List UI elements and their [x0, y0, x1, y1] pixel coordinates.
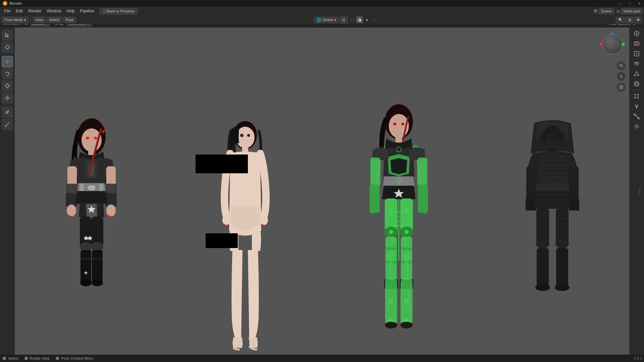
svg-rect-75: [224, 224, 225, 226]
prop-search-button[interactable]: 🔍: [616, 17, 625, 23]
svg-rect-199: [25, 357, 27, 359]
svg-rect-76: [226, 225, 227, 226]
move-tool-button[interactable]: [2, 56, 13, 67]
global-icon: 🌐: [317, 18, 321, 22]
annotate-tool-button[interactable]: [2, 107, 13, 118]
svg-point-64: [80, 280, 92, 286]
global-button[interactable]: 🌐 Global ▾: [314, 17, 338, 23]
scene-selector[interactable]: Scene: [599, 8, 614, 14]
solid-mode-icon[interactable]: ⬚: [349, 16, 356, 23]
properties-view-layer-icon[interactable]: [632, 59, 641, 68]
pose-mode-label: Pose Mode: [4, 18, 23, 22]
svg-point-143: [400, 322, 413, 328]
grid-view-button[interactable]: [616, 82, 626, 92]
overlay-toggle[interactable]: ⊞: [626, 17, 634, 23]
svg-marker-11: [6, 75, 7, 76]
select-tool-button[interactable]: [2, 29, 13, 41]
minimize-button[interactable]: —: [616, 0, 625, 7]
scene-label: Scene: [601, 9, 611, 13]
global-chevron: ▾: [334, 18, 336, 22]
viewlayer-selector[interactable]: ViewLayer: [621, 8, 643, 14]
svg-line-187: [634, 94, 635, 95]
cursor-tool-button[interactable]: [2, 42, 13, 53]
overlay-button[interactable]: ⊙: [339, 16, 348, 23]
properties-modifier-icon[interactable]: [632, 102, 641, 111]
viewport[interactable]: Z X Y: [15, 27, 629, 355]
menu-edit[interactable]: Edit: [13, 8, 25, 14]
svg-point-30: [87, 137, 89, 139]
app-title: Blender: [9, 1, 22, 5]
svg-rect-45: [73, 216, 74, 218]
back-to-previous-button[interactable]: ◁ Back to Previous: [100, 8, 138, 14]
svg-rect-77: [227, 225, 228, 226]
svg-rect-59: [80, 250, 91, 284]
pan-button[interactable]: [616, 72, 626, 81]
global-label: Global: [322, 18, 333, 22]
select-button[interactable]: Select: [47, 17, 62, 23]
svg-rect-115: [370, 184, 380, 213]
svg-point-125: [405, 230, 409, 234]
character-2-svg: [212, 110, 279, 351]
svg-point-17: [6, 97, 8, 99]
svg-point-42: [106, 204, 116, 217]
viewlayer-label: ViewLayer: [623, 9, 640, 13]
svg-rect-180: [634, 63, 639, 64]
gizmo-toggle[interactable]: ✥: [634, 17, 642, 23]
measure-tool-button[interactable]: [2, 119, 13, 130]
rotate-status-label: Rotate View: [30, 356, 50, 360]
wireframe-mode-icon[interactable]: ○: [371, 16, 378, 23]
svg-rect-37: [66, 184, 77, 194]
select-label: Select: [49, 18, 59, 22]
svg-rect-153: [569, 166, 579, 200]
properties-bone-icon[interactable]: [632, 112, 641, 121]
view-button[interactable]: View: [33, 17, 46, 23]
svg-rect-113: [370, 158, 380, 186]
pose-button[interactable]: Pose: [63, 17, 76, 23]
back-label: Back to Previous: [107, 9, 135, 13]
svg-rect-129: [401, 247, 412, 250]
gizmo-tools: [616, 61, 626, 92]
svg-point-159: [555, 238, 569, 249]
properties-scenes-icon[interactable]: [632, 29, 641, 38]
version-label: 3.4.0: [634, 356, 642, 360]
menu-render[interactable]: Render: [25, 8, 44, 14]
pose-mode-button[interactable]: Pose Mode ▾: [2, 17, 29, 23]
context-status-icon: [55, 356, 60, 361]
character-3-svg: [357, 100, 441, 351]
properties-scene-icon[interactable]: [632, 69, 641, 78]
svg-line-23: [5, 122, 9, 126]
toolbar-sep-1: [31, 17, 31, 22]
maximize-button[interactable]: □: [625, 0, 635, 7]
app-icon: B: [3, 1, 7, 6]
svg-marker-52: [88, 205, 96, 213]
properties-constraint-icon[interactable]: [632, 122, 641, 131]
close-button[interactable]: ✕: [635, 0, 644, 7]
material-mode-icon[interactable]: ◑: [356, 16, 363, 23]
right-panel-sep: [632, 90, 641, 90]
rotate-tool-button[interactable]: [2, 68, 13, 79]
svg-point-86: [255, 349, 257, 351]
titlebar: B Blender — □ ✕: [0, 0, 644, 7]
character-1-svg: [55, 110, 128, 351]
svg-point-83: [237, 349, 240, 351]
properties-render-icon[interactable]: [632, 39, 641, 48]
menu-pipeline[interactable]: Pipeline: [77, 8, 97, 14]
svg-rect-38: [106, 184, 117, 194]
menu-help[interactable]: Help: [64, 8, 77, 14]
svg-point-22: [7, 112, 8, 113]
properties-output-icon[interactable]: [632, 49, 641, 58]
transform-tool-button[interactable]: [2, 92, 13, 104]
menu-window[interactable]: Window: [44, 8, 64, 14]
menu-file[interactable]: File: [1, 8, 13, 14]
zoom-in-button[interactable]: [616, 61, 626, 70]
left-toolbar: [0, 27, 15, 355]
gizmo-x-axis[interactable]: X: [599, 42, 603, 46]
properties-world-icon[interactable]: [632, 79, 641, 88]
gizmo-y-axis[interactable]: Y: [621, 42, 625, 46]
properties-object-icon[interactable]: [632, 92, 641, 101]
svg-rect-139: [400, 280, 413, 323]
svg-rect-43: [69, 215, 70, 217]
scale-tool-button[interactable]: [2, 80, 13, 92]
menubar: File Edit Render Window Help Pipeline ◁ …: [0, 7, 644, 15]
rendered-mode-icon[interactable]: ●: [364, 16, 370, 23]
